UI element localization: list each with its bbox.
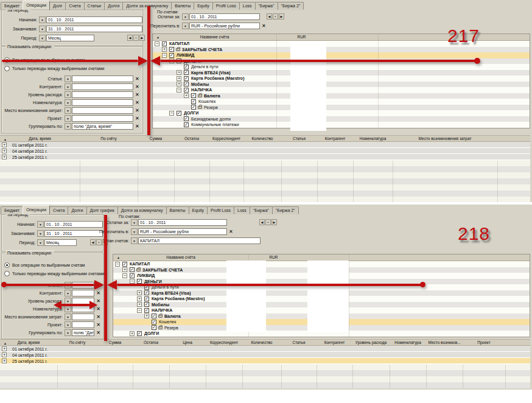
checkbox[interactable]: ✓	[144, 296, 149, 301]
dropdown-button[interactable]: ▼	[65, 282, 71, 289]
tree-row[interactable]: ✓ Коммунальные платежи	[153, 122, 530, 128]
tree-row[interactable]: ✓ Безнадежные долги	[153, 116, 530, 122]
expand-toggle-icon[interactable]: −	[122, 273, 127, 278]
expand-toggle-icon[interactable]: +	[2, 155, 7, 159]
table-row[interactable]: + 01 октября 2011 г.	[0, 142, 530, 148]
tree-name-column-header[interactable]: Название счёта	[153, 35, 276, 39]
dropdown-button[interactable]: ▼	[65, 298, 71, 304]
expand-toggle-icon[interactable]: −	[130, 279, 135, 284]
date-input[interactable]: 01 . 10 . 2011	[44, 221, 103, 228]
tree-row[interactable]: + ✓ Карта Росбанка (Maestro)	[153, 75, 530, 82]
column-header[interactable]: Количество	[242, 340, 281, 345]
clear-filter-button[interactable]: ✕	[135, 108, 139, 113]
tab[interactable]: Счета	[49, 206, 68, 214]
checkbox[interactable]: ✓	[169, 47, 174, 52]
account-field-input[interactable]: RUR - Российские рубли	[138, 228, 227, 235]
expand-toggle-icon[interactable]: +	[2, 142, 7, 147]
dropdown-button[interactable]: ▼	[182, 23, 189, 29]
radio-button[interactable]	[4, 66, 10, 71]
clear-filter-button[interactable]: ✕	[135, 124, 139, 129]
filter-input[interactable]	[72, 282, 94, 289]
clear-filter-button[interactable]: ✕	[96, 315, 100, 320]
checkbox[interactable]: ✓	[130, 267, 135, 272]
account-field-input[interactable]: RUR - Российские рубли	[189, 23, 260, 29]
checkbox[interactable]: ✓	[152, 325, 156, 330]
tab[interactable]: Счета	[65, 2, 84, 10]
column-header[interactable]: Остаток	[133, 340, 169, 345]
tab[interactable]: "Биржа"	[255, 2, 278, 10]
expand-toggle-icon[interactable]: +	[2, 352, 7, 357]
filter-input[interactable]	[72, 306, 94, 312]
current-button[interactable]: •	[273, 13, 278, 19]
dropdown-button[interactable]: ▼	[65, 75, 71, 82]
expand-toggle-icon[interactable]: +	[177, 76, 181, 81]
tab[interactable]: "Биржа"	[250, 206, 273, 214]
checkbox[interactable]: ✓	[162, 41, 167, 46]
dropdown-button[interactable]: ▼	[131, 219, 138, 226]
tree-row[interactable]: − ✓ КАПИТАЛ	[153, 41, 530, 47]
tab[interactable]: Profit Loss	[207, 206, 234, 214]
checkbox[interactable]: ✓	[184, 122, 189, 127]
expand-toggle-icon[interactable]: −	[169, 111, 174, 116]
date-input[interactable]: 31 . 10 . 2011	[46, 26, 142, 32]
next-period-button[interactable]: ▶	[139, 35, 145, 41]
filter-input[interactable]	[72, 321, 94, 328]
column-header[interactable]: ▲ Дата, время	[0, 340, 57, 345]
filter-input[interactable]	[72, 115, 133, 122]
table-row[interactable]: + 25 октября 2011 г.	[0, 358, 530, 364]
dropdown-button[interactable]: ▼	[37, 221, 44, 228]
next-button[interactable]: ▶	[271, 219, 277, 225]
tab[interactable]: Операции	[23, 1, 50, 10]
dropdown-button[interactable]: ▼	[37, 239, 44, 246]
checkbox[interactable]: ✓	[191, 105, 196, 110]
column-header[interactable]: Статья	[281, 340, 317, 345]
filter-input[interactable]	[72, 107, 133, 114]
tab[interactable]: Бюджет	[1, 2, 23, 10]
clear-filter-button[interactable]: ✕	[96, 323, 100, 328]
tab[interactable]: Долг график	[86, 206, 118, 214]
tab[interactable]: Валюты	[171, 2, 194, 10]
clear-filter-button[interactable]: ✕	[135, 85, 139, 89]
checkbox[interactable]: ✓	[191, 99, 196, 104]
filter-input[interactable]	[72, 83, 133, 90]
date-input[interactable]: Месяц	[46, 35, 94, 41]
column-header[interactable]: Контрагент	[317, 136, 353, 141]
tree-row[interactable]: ✓ Деньги в пути	[153, 64, 530, 70]
dropdown-button[interactable]: ▼	[65, 115, 71, 122]
date-input[interactable]: 31 . 10 . 2011	[44, 230, 103, 237]
clear-filter-button[interactable]: ✕	[135, 93, 139, 97]
column-header[interactable]: Остаток	[174, 136, 209, 141]
dropdown-button[interactable]: ▼	[65, 306, 71, 312]
column-header[interactable]: Корреспондент	[209, 136, 243, 141]
clear-filter-button[interactable]: ✕	[135, 77, 139, 82]
checkbox[interactable]: ✓	[191, 93, 196, 98]
expand-toggle-icon[interactable]: +	[184, 93, 189, 98]
checkbox[interactable]: ✓	[144, 302, 149, 307]
tab[interactable]: Equity	[194, 2, 212, 10]
current-period-button[interactable]: •	[96, 239, 102, 245]
expand-toggle-icon[interactable]: +	[2, 346, 7, 351]
checkbox[interactable]: ✓	[152, 314, 156, 318]
column-header[interactable]: Проект	[463, 340, 505, 345]
checkbox[interactable]: ✓	[137, 279, 142, 284]
expand-toggle-icon[interactable]: −	[155, 41, 159, 46]
tab[interactable]: "Биржа 2"	[278, 2, 304, 10]
clear-button[interactable]: ✕	[229, 230, 233, 234]
expand-toggle-icon[interactable]: −	[162, 53, 167, 58]
checkbox[interactable]: ✓	[184, 65, 189, 69]
tree-currency-column-header[interactable]: RUR	[248, 255, 299, 259]
checkbox[interactable]: ✓	[177, 111, 181, 116]
dropdown-button[interactable]: ▼	[182, 13, 189, 20]
checkbox[interactable]: ✓	[144, 290, 149, 295]
clear-filter-button[interactable]: ✕	[96, 307, 100, 312]
tab[interactable]: Долги за коммуналку	[117, 206, 167, 214]
radio-button[interactable]	[4, 271, 10, 276]
tab[interactable]: Loss	[239, 2, 256, 10]
dropdown-button[interactable]: ▼	[37, 230, 44, 237]
column-header[interactable]: Сумма	[138, 136, 174, 141]
expand-toggle-icon[interactable]: +	[137, 296, 142, 301]
column-header[interactable]: Место возников...	[426, 340, 463, 345]
dropdown-button[interactable]: ▼	[65, 91, 71, 98]
date-input[interactable]: 01 . 10 . 2011	[46, 16, 142, 23]
tab[interactable]: Долги	[68, 206, 86, 214]
